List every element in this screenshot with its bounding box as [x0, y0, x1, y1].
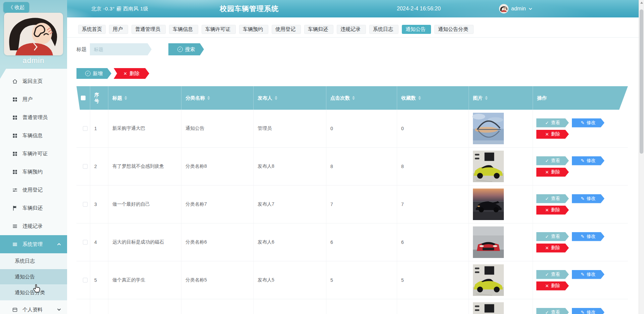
view-button[interactable]: ✓ 查看 — [536, 156, 569, 165]
tab-用户[interactable]: 用户 — [109, 25, 128, 34]
sort-icon[interactable] — [485, 96, 488, 100]
sidebar-item-使用登记[interactable]: 使用登记 — [0, 181, 67, 199]
tab-车辆许可证[interactable]: 车辆许可证 — [202, 25, 236, 34]
col-image[interactable]: 图片 — [469, 86, 533, 110]
close-icon: ✕ — [545, 207, 549, 213]
edit-button[interactable]: ✎ 修改 — [572, 156, 604, 165]
tab-label: 通知公告 — [406, 26, 426, 33]
row-index: 5 — [90, 261, 108, 299]
edit-button[interactable]: ✎ 修改 — [572, 308, 604, 314]
row-checkbox[interactable] — [83, 164, 88, 169]
sidebar-subitem-通知公告[interactable]: 通知公告 — [0, 269, 67, 285]
view-button[interactable]: ✓ 查看 — [536, 270, 569, 279]
edit-button[interactable]: ✎ 修改 — [572, 194, 604, 203]
tab-系统首页[interactable]: 系统首页 — [78, 25, 106, 34]
row-favorites — [397, 299, 469, 314]
edit-button[interactable]: ✎ 修改 — [572, 118, 604, 127]
col-favorites[interactable]: 收藏数 — [397, 86, 469, 110]
user-menu[interactable]: admin — [499, 0, 532, 17]
row-image[interactable] — [472, 264, 504, 296]
delete-button[interactable]: ✕ 删除 — [114, 68, 149, 79]
sidebar-item-普通管理员[interactable]: 普通管理员 — [0, 108, 67, 126]
profile-username: admin — [0, 56, 67, 65]
row-title: 新采购宇通大巴 — [108, 110, 181, 147]
row-checkbox[interactable] — [83, 278, 88, 282]
tab-通知公告分类[interactable]: 通知公告分类 — [434, 25, 474, 34]
sidebar-item-车辆预约[interactable]: 车辆预约 — [0, 163, 67, 181]
sort-icon[interactable] — [124, 96, 127, 100]
row-image[interactable] — [472, 189, 504, 220]
row-delete-button[interactable]: ✕ 删除 — [536, 244, 569, 253]
sidebar-item-车辆信息[interactable]: 车辆信息 — [0, 126, 67, 145]
circle-check-icon: ✓ — [177, 47, 183, 52]
sidebar: 《 收起 admin 返回主页 用户 普通管理员 车辆信息 车辆许可证 车辆预约… — [0, 0, 67, 314]
row-image[interactable] — [472, 302, 504, 314]
row-delete-button[interactable]: ✕ 删除 — [536, 130, 569, 139]
sidebar-item-违规记录[interactable]: 违规记录 — [0, 217, 67, 235]
scroll-up-icon[interactable] — [640, 2, 643, 4]
tab-系统日志[interactable]: 系统日志 — [369, 25, 398, 34]
sidebar-item-车辆许可证[interactable]: 车辆许可证 — [0, 145, 67, 163]
col-category[interactable]: 分类名称 — [181, 86, 253, 110]
sort-icon[interactable] — [352, 96, 355, 100]
tab-车辆信息[interactable]: 车辆信息 — [169, 25, 198, 34]
row-favorites: 0 — [397, 110, 469, 147]
sort-icon[interactable] — [418, 96, 421, 100]
sidebar-item-车辆归还[interactable]: 车辆归还 — [0, 199, 67, 217]
tab-使用登记[interactable]: 使用登记 — [272, 25, 301, 34]
tab-label: 违规记录 — [340, 26, 361, 33]
row-title: 做个真正的学生 — [108, 261, 181, 299]
topbar: 北京 -0.3° 霾 西南风 1级 校园车辆管理系统 2024-2-4 16:5… — [0, 0, 639, 17]
tab-通知公告[interactable]: 通知公告 — [402, 25, 431, 34]
tab-违规记录[interactable]: 违规记录 — [337, 25, 366, 34]
row-delete-button[interactable]: ✕ 删除 — [536, 281, 569, 291]
search-row: 标题 ✓ 搜索 — [76, 43, 639, 55]
view-button[interactable]: ✓ 查看 — [536, 194, 569, 203]
menu-icon — [12, 307, 18, 313]
row-category: 分类名称7 — [181, 186, 253, 223]
select-all-checkbox[interactable] — [81, 96, 86, 100]
sidebar-item-返回主页[interactable]: 返回主页 — [0, 72, 67, 90]
row-title: 做一个最好的自己 — [108, 186, 181, 223]
main-content: 系统首页 用户 普通管理员 车辆信息 车辆许可证 车辆预约 使用登记 车辆归还 … — [67, 17, 639, 314]
datetime-text: 2024-2-4 16:56:20 — [397, 0, 441, 17]
menu-icon — [12, 97, 18, 102]
tab-车辆归还[interactable]: 车辆归还 — [304, 25, 333, 34]
sidebar-item-label: 普通管理员 — [22, 114, 48, 121]
scrollbar-thumb[interactable] — [640, 9, 643, 154]
view-button[interactable]: ✓ 查看 — [536, 118, 569, 127]
add-button[interactable]: ✓ 新增 — [76, 68, 111, 79]
edit-button[interactable]: ✎ 修改 — [572, 270, 604, 279]
row-delete-button[interactable]: ✕ 删除 — [536, 206, 569, 215]
sidebar-item-用户[interactable]: 用户 — [0, 90, 67, 108]
sort-icon[interactable] — [207, 96, 210, 100]
row-checkbox[interactable] — [83, 126, 88, 131]
row-image[interactable] — [472, 226, 504, 258]
row-clicks: 5 — [326, 261, 397, 299]
sidebar-subitem-系统日志[interactable]: 系统日志 — [0, 253, 67, 269]
col-publisher[interactable]: 发布人 — [253, 86, 326, 110]
row-image[interactable] — [472, 113, 504, 144]
sidebar-item-个人资料[interactable]: 个人资料 — [0, 301, 67, 314]
search-button[interactable]: ✓ 搜索 — [168, 43, 204, 55]
col-title[interactable]: 标题 — [108, 86, 181, 110]
view-button[interactable]: ✓ 查看 — [536, 232, 569, 241]
row-checkbox[interactable] — [83, 240, 88, 245]
row-delete-button[interactable]: ✕ 删除 — [536, 168, 569, 177]
sidebar-item-系统管理[interactable]: 系统管理 — [0, 235, 67, 253]
sidebar-item-label: 用户 — [22, 96, 33, 103]
row-index: 4 — [90, 223, 108, 261]
view-button[interactable]: ✓ 查看 — [536, 308, 569, 314]
edit-button[interactable]: ✎ 修改 — [572, 232, 604, 241]
sort-icon[interactable] — [275, 96, 277, 100]
search-input[interactable] — [90, 43, 152, 55]
tab-车辆预约[interactable]: 车辆预约 — [239, 25, 268, 34]
sidebar-item-label: 使用登记 — [22, 187, 43, 193]
sidebar-subitem-通知公告分类[interactable]: 通知公告分类 — [0, 285, 67, 301]
row-checkbox[interactable] — [83, 202, 88, 207]
col-clicks[interactable]: 点击次数 — [326, 86, 397, 110]
collapse-sidebar-button[interactable]: 《 收起 — [3, 2, 29, 13]
scrollbar[interactable] — [639, 0, 644, 314]
row-image[interactable] — [472, 151, 504, 182]
tab-普通管理员[interactable]: 普通管理员 — [131, 25, 166, 34]
